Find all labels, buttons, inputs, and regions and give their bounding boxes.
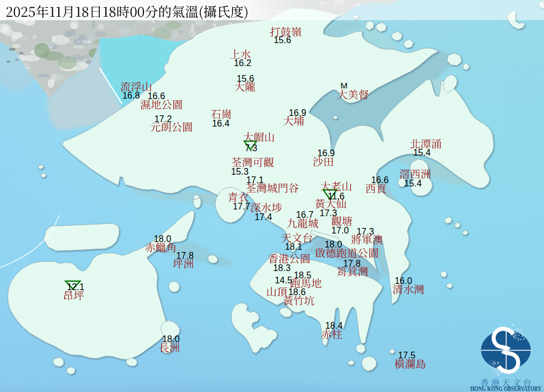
svg-text:12.1: 12.1 [67, 282, 84, 292]
svg-text:18.1: 18.1 [285, 242, 302, 251]
svg-text:17.4: 17.4 [254, 212, 272, 222]
svg-text:M: M [341, 81, 348, 90]
svg-text:16.6: 16.6 [147, 91, 165, 101]
svg-text:17.5: 17.5 [398, 351, 415, 360]
svg-text:16.8: 16.8 [122, 91, 140, 100]
svg-text:18.6: 18.6 [288, 287, 305, 297]
svg-text:16.0: 16.0 [394, 276, 412, 286]
svg-text:15.6: 15.6 [273, 35, 291, 45]
svg-text:17.3: 17.3 [356, 227, 374, 236]
svg-text:16.6: 16.6 [371, 175, 388, 185]
svg-text:18.0: 18.0 [162, 334, 179, 344]
svg-text:18.4: 18.4 [325, 321, 342, 330]
svg-text:17.7: 17.7 [233, 202, 250, 211]
svg-text:18.0: 18.0 [324, 240, 342, 249]
svg-text:14.5: 14.5 [275, 276, 292, 285]
svg-text:17.8: 17.8 [343, 259, 360, 268]
svg-text:18.5: 18.5 [294, 270, 311, 280]
svg-text:17.8: 17.8 [176, 251, 193, 260]
svg-text:11.6: 11.6 [328, 192, 345, 201]
svg-text:15.4: 15.4 [413, 148, 430, 157]
svg-text:HONG KONG OBSERVATORY: HONG KONG OBSERVATORY [471, 385, 542, 392]
svg-text:7.3: 7.3 [245, 143, 257, 153]
svg-text:17.1: 17.1 [246, 175, 263, 185]
svg-text:17.3: 17.3 [319, 208, 337, 218]
svg-text:17.2: 17.2 [154, 114, 171, 124]
svg-text:16.4: 16.4 [212, 119, 229, 128]
svg-text:16.7: 16.7 [296, 210, 313, 220]
svg-text:16.2: 16.2 [234, 58, 251, 68]
svg-text:18.3: 18.3 [273, 263, 290, 273]
svg-text:15.6: 15.6 [236, 74, 254, 83]
svg-text:15.4: 15.4 [404, 179, 421, 188]
svg-text:16.9: 16.9 [289, 108, 306, 118]
svg-text:17.0: 17.0 [331, 226, 348, 235]
svg-text:16.9: 16.9 [317, 148, 334, 158]
svg-text:18.0: 18.0 [154, 234, 171, 244]
